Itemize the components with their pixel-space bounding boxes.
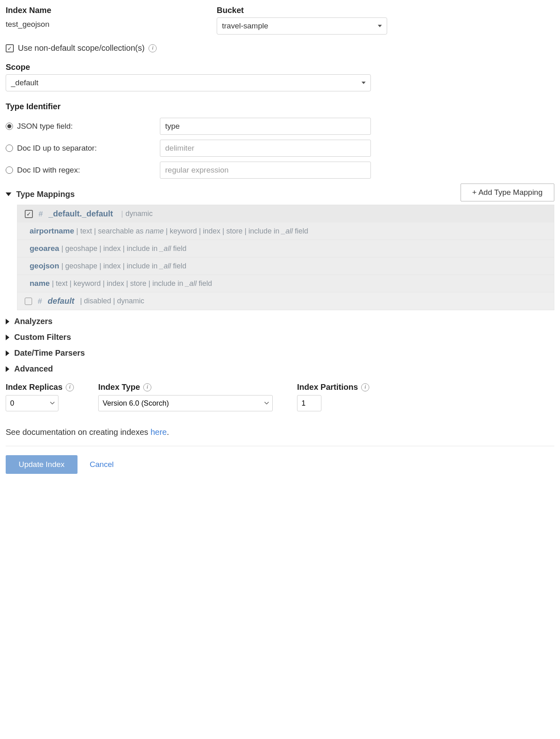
mapping-meta: dynamic [125,210,153,218]
index-type-label: Index Type [98,382,140,392]
partitions-label: Index Partitions [297,382,358,392]
mapping-main: ✓ # _default._default |dynamic airportna… [17,205,554,292]
index-type-col: Index Type i Version 6.0 (Scorch) [98,382,273,411]
field-meta: | geoshape | index | include in _all fie… [61,244,186,253]
field-row[interactable]: geoarea | geoshape | index | include in … [17,240,554,257]
date-parsers-toggle[interactable]: Date/Time Parsers [6,348,554,358]
chevron-down-icon [378,25,382,27]
json-type-input[interactable] [160,118,371,135]
field-row[interactable]: geojson | geoshape | index | include in … [17,257,554,274]
analyzers-label: Analyzers [14,317,53,326]
info-icon[interactable]: i [149,44,157,52]
docid-regex-label: Doc ID with regex: [17,166,80,175]
field-name: airportname [30,227,74,235]
mapping-main-header[interactable]: ✓ # _default._default |dynamic [17,205,554,223]
chevron-down-icon [6,192,11,196]
replicas-select[interactable]: 0 [6,395,58,411]
scope-value: _default [11,78,39,87]
advanced-label: Advanced [14,364,53,374]
analyzers-toggle[interactable]: Analyzers [6,317,554,326]
radio-icon [6,145,13,152]
date-parsers-label: Date/Time Parsers [14,348,85,358]
index-type-select[interactable]: Version 6.0 (Scorch) [98,395,273,411]
bucket-value: travel-sample [222,22,268,30]
type-id-regex-row: Doc ID with regex: [6,162,554,179]
type-mappings-header: Type Mappings + Add Type Mapping [6,184,554,201]
non-default-scope-label: Use non-default scope/collection(s) [18,43,144,53]
chevron-right-icon [6,335,9,340]
checkbox-checked-icon[interactable]: ✓ [6,44,14,52]
chevron-right-icon [6,319,9,324]
doc-prefix: See documentation on creating indexes [6,428,151,436]
scope-select[interactable]: _default [6,74,371,91]
replicas-col: Index Replicas i 0 [6,382,74,411]
add-type-mapping-button[interactable]: + Add Type Mapping [461,184,554,201]
custom-filters-toggle[interactable]: Custom Filters [6,333,554,342]
divider [6,446,554,446]
field-meta: | text | searchable as name | keyword | … [76,227,308,235]
mapping-name: _default._default [49,209,113,218]
custom-filters-label: Custom Filters [14,333,71,342]
action-row: Update Index Cancel [6,455,554,474]
type-identifier-heading: Type Identifier [6,102,554,111]
checkbox-unchecked-icon[interactable] [25,298,32,305]
docid-sep-label: Doc ID up to separator: [17,144,97,153]
type-mappings-title: Type Mappings [16,190,75,199]
header-row: Index Name test_geojson Bucket travel-sa… [6,6,554,35]
replicas-label: Index Replicas [6,382,62,392]
documentation-line: See documentation on creating indexes he… [6,428,554,437]
radio-checked-icon [6,123,13,130]
field-row[interactable]: airportname | text | searchable as name … [17,223,554,240]
advanced-toggle[interactable]: Advanced [6,364,554,374]
chevron-right-icon [6,350,9,356]
doc-link[interactable]: here [151,428,167,436]
docid-regex-input[interactable] [160,162,371,179]
radio-icon [6,166,13,174]
mapping-secondary: # default | disabled | dynamic [17,292,554,310]
bucket-col: Bucket travel-sample [217,6,387,35]
type-id-sep-row: Doc ID up to separator: [6,140,554,157]
hash-icon: # [39,210,43,218]
info-icon[interactable]: i [66,383,74,391]
type-mappings-toggle[interactable]: Type Mappings [6,190,75,199]
bucket-label: Bucket [217,6,387,15]
chevron-right-icon [6,366,9,372]
json-type-label: JSON type field: [17,122,73,131]
index-name-value: test_geojson [6,17,200,29]
info-icon[interactable]: i [143,383,151,391]
partitions-input[interactable] [297,395,321,411]
collapsed-sections: Analyzers Custom Filters Date/Time Parse… [6,317,554,374]
info-icon[interactable]: i [361,383,369,391]
doc-suffix: . [167,428,169,436]
type-id-json-row: JSON type field: [6,118,554,135]
field-name: geoarea [30,244,59,253]
index-settings-row: Index Replicas i 0 Index Type i Version … [6,382,554,411]
update-index-button[interactable]: Update Index [6,455,78,474]
docid-sep-radio[interactable]: Doc ID up to separator: [6,144,160,153]
cancel-link[interactable]: Cancel [90,460,114,469]
field-row[interactable]: name | text | keyword | index | store | … [17,274,554,292]
docid-regex-radio[interactable]: Doc ID with regex: [6,166,160,175]
field-meta: | geoshape | index | include in _all fie… [61,262,186,270]
field-meta: | text | keyword | index | store | inclu… [52,279,212,287]
mapping-name: default [48,296,75,306]
scope-section: Scope _default [6,63,554,91]
docid-sep-input[interactable] [160,140,371,157]
index-name-label: Index Name [6,6,200,15]
scope-label: Scope [6,63,554,72]
index-name-col: Index Name test_geojson [6,6,200,35]
json-type-radio[interactable]: JSON type field: [6,122,160,131]
checkbox-checked-icon[interactable]: ✓ [25,210,33,218]
chevron-down-icon [362,82,366,84]
partitions-col: Index Partitions i [297,382,369,411]
hash-icon: # [38,297,42,306]
mapping-meta: | disabled | dynamic [80,297,144,305]
field-name: geojson [30,261,59,270]
mapping-secondary-header[interactable]: # default | disabled | dynamic [17,292,554,310]
bucket-select[interactable]: travel-sample [217,17,387,35]
non-default-scope-checkbox-row: ✓ Use non-default scope/collection(s) i [6,43,554,53]
field-name: name [30,279,50,287]
